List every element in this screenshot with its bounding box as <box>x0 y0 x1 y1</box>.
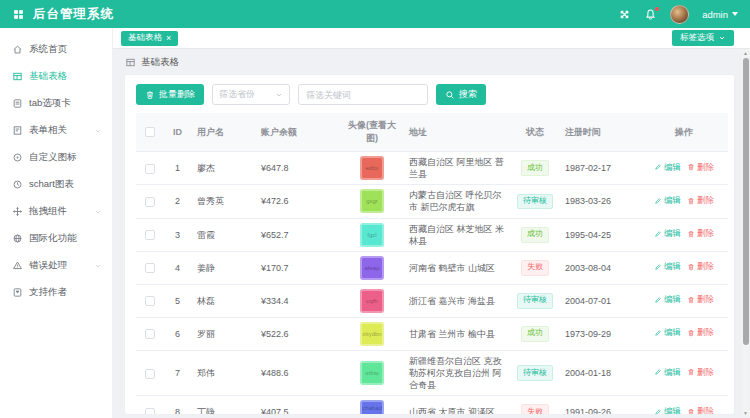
cell-address: 西藏自治区 阿里地区 普兰县 <box>404 152 510 185</box>
row-checkbox[interactable] <box>145 263 155 273</box>
sidebar-item-label: schart图表 <box>29 178 74 191</box>
sidebar-item-form[interactable]: 表单相关 <box>0 117 112 144</box>
user-avatar[interactable]: chabadk <box>360 400 384 414</box>
globe-icon <box>12 233 23 244</box>
edit-button[interactable]: 编辑 <box>654 261 681 272</box>
user-avatar[interactable]: mfnu <box>360 361 384 385</box>
trash-icon <box>687 263 695 271</box>
sidebar-item-home[interactable]: 系统首页 <box>0 36 112 63</box>
delete-button[interactable]: 删除 <box>687 327 714 338</box>
user-avatar[interactable]: afeap <box>360 256 384 280</box>
fullscreen-icon[interactable] <box>618 8 631 21</box>
clock-icon <box>12 179 23 190</box>
row-checkbox[interactable] <box>145 408 155 414</box>
edit-button[interactable]: 编辑 <box>654 228 681 239</box>
sidebar-item-tabs[interactable]: tab选项卡 <box>0 90 112 117</box>
table-row: 7 郑伟 ¥488.6 mfnu 新疆维吾尔自治区 克孜勒苏柯尔克孜自治州 阿合… <box>136 350 728 395</box>
sidebar-item-label: 支持作者 <box>29 286 67 299</box>
tag-options-button[interactable]: 标签选项 <box>672 30 734 46</box>
cell-username: 林磊 <box>192 284 256 317</box>
sidebar-item-table[interactable]: 基础表格 <box>0 63 112 90</box>
user-avatar[interactable]: gxgr <box>360 189 384 213</box>
row-checkbox[interactable] <box>145 296 155 306</box>
province-select[interactable]: 筛选省份 <box>212 84 290 105</box>
delete-button[interactable]: 删除 <box>687 261 714 272</box>
search-button[interactable]: 搜索 <box>436 84 486 105</box>
delete-button[interactable]: 删除 <box>687 406 714 414</box>
edit-button[interactable]: 编辑 <box>654 406 681 414</box>
user-menu[interactable]: admin <box>702 9 738 20</box>
pencil-icon <box>654 329 662 337</box>
sidebar-item-author[interactable]: 支持作者 <box>0 279 112 306</box>
cell-balance: ¥472.6 <box>256 185 340 218</box>
cell-id: 2 <box>163 185 192 218</box>
row-checkbox[interactable] <box>145 369 155 379</box>
bulk-delete-button[interactable]: 批量删除 <box>136 84 204 105</box>
page-title: 基础表格 <box>125 56 734 69</box>
edit-button[interactable]: 编辑 <box>654 162 681 173</box>
delete-button[interactable]: 删除 <box>687 195 714 206</box>
form-icon <box>12 125 23 136</box>
column-header: 地址 <box>404 113 510 152</box>
edit-button[interactable]: 编辑 <box>654 327 681 338</box>
row-checkbox[interactable] <box>145 329 155 339</box>
cell-address: 西藏自治区 林芝地区 米林县 <box>404 218 510 251</box>
cell-address: 山西省 太原市 迎泽区 <box>404 396 510 414</box>
delete-button[interactable]: 删除 <box>687 294 714 305</box>
cell-register-date: 1995-04-25 <box>560 218 640 251</box>
sidebar-item-label: 基础表格 <box>29 70 67 83</box>
user-avatar[interactable]: xttydbn <box>360 322 384 346</box>
avatar[interactable] <box>670 5 689 24</box>
user-avatar[interactable]: edbx <box>360 156 384 180</box>
user-avatar[interactable]: cqfh <box>360 289 384 313</box>
chevron-down-icon <box>732 12 738 16</box>
scrollbar[interactable]: ▲ ▼ <box>742 50 749 416</box>
trash-icon <box>687 163 695 171</box>
sidebar-item-label: 表单相关 <box>29 124 67 137</box>
cell-register-date: 1983-03-26 <box>560 185 640 218</box>
close-icon[interactable]: × <box>166 34 171 43</box>
delete-button[interactable]: 删除 <box>687 162 714 173</box>
sidebar-item-circle[interactable]: 自定义图标 <box>0 144 112 171</box>
scroll-up-arrow[interactable]: ▲ <box>742 50 749 56</box>
sidebar-item-clock[interactable]: schart图表 <box>0 171 112 198</box>
sidebar-item-warning[interactable]: 错误处理 <box>0 252 112 279</box>
cell-id: 8 <box>163 396 192 414</box>
row-checkbox[interactable] <box>145 197 155 207</box>
cell-username: 廖杰 <box>192 152 256 185</box>
user-avatar[interactable]: fgcl <box>360 223 384 247</box>
sidebar-item-drag[interactable]: 拖拽组件 <box>0 198 112 225</box>
table-row: 4 姜静 ¥170.7 afeap 河南省 鹤壁市 山城区 失败 2003-08… <box>136 251 728 284</box>
row-checkbox[interactable] <box>145 230 155 240</box>
scrollbar-thumb[interactable] <box>743 58 749 345</box>
sidebar: 系统首页 基础表格 tab选项卡 表单相关 自定义图标 schart图表 拖拽组… <box>0 28 113 418</box>
chevron-down-icon <box>94 262 102 270</box>
select-all-checkbox[interactable] <box>145 127 155 137</box>
edit-button[interactable]: 编辑 <box>654 195 681 206</box>
keyword-input[interactable] <box>298 84 428 105</box>
content: 基础表格 批量删除 筛选省份 <box>113 49 750 418</box>
app-window: 后台管理系统 admin 系统首页 基础表格 tab选项卡 <box>0 0 750 418</box>
cell-address: 河南省 鹤壁市 山城区 <box>404 251 510 284</box>
delete-button[interactable]: 删除 <box>687 367 714 378</box>
edit-button[interactable]: 编辑 <box>654 367 681 378</box>
bell-icon[interactable] <box>644 8 657 21</box>
main-area: 基础表格 × 标签选项 基础表格 <box>113 28 750 418</box>
sidebar-item-globe[interactable]: 国际化功能 <box>0 225 112 252</box>
tab-basic-table[interactable]: 基础表格 × <box>121 31 178 46</box>
row-checkbox[interactable] <box>145 164 155 174</box>
trash-icon <box>687 408 695 414</box>
cell-register-date: 1991-09-26 <box>560 396 640 414</box>
scroll-down-arrow[interactable]: ▼ <box>742 410 749 416</box>
status-badge: 失败 <box>521 260 549 276</box>
delete-button[interactable]: 删除 <box>687 228 714 239</box>
edit-button[interactable]: 编辑 <box>654 294 681 305</box>
warning-icon <box>12 260 23 271</box>
column-header: 操作 <box>640 113 728 152</box>
author-icon <box>12 287 23 298</box>
data-table: ID用户名账户余额头像(查看大图)地址状态注册时间操作 1 廖杰 ¥647.8 … <box>136 113 728 414</box>
cell-balance: ¥652.7 <box>256 218 340 251</box>
cell-balance: ¥647.8 <box>256 152 340 185</box>
pencil-icon <box>654 263 662 271</box>
trash-icon <box>145 90 155 100</box>
